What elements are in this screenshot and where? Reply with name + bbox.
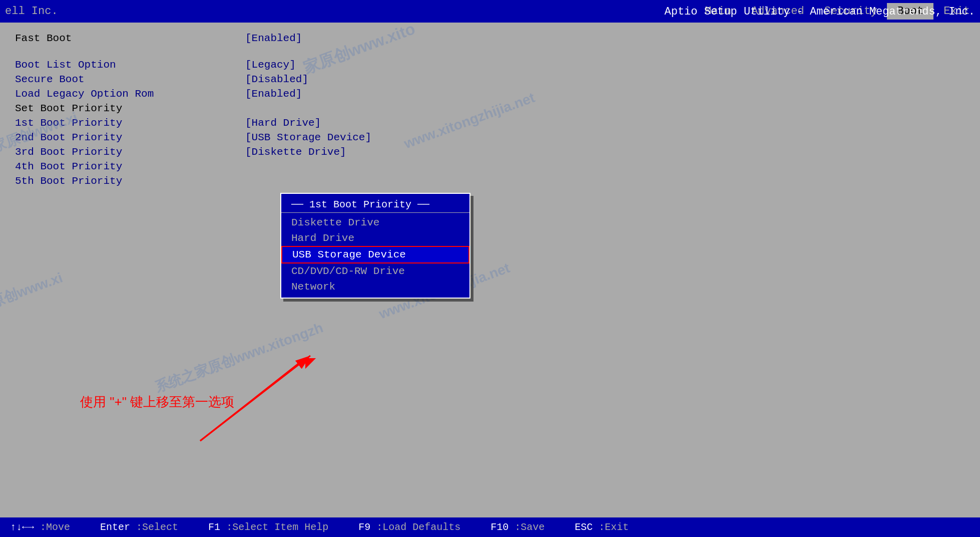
fast-boot-label: Fast Boot: [15, 33, 245, 44]
secure-boot-label: Secure Boot: [15, 74, 245, 85]
boot-priority-4th-row[interactable]: 4th Boot Priority: [15, 161, 965, 172]
key-f9: F9: [358, 521, 370, 533]
boot-list-option-label: Boot List Option: [15, 59, 245, 71]
label-f9: :Load Defaults: [376, 521, 460, 533]
dropdown-item-usb[interactable]: USB Storage Device: [281, 246, 469, 263]
boot-priority-5th-label: 5th Boot Priority: [15, 175, 245, 187]
label-move: :Move: [40, 521, 70, 533]
top-bar: ell Inc. Main Advanced Security Boot Exi…: [0, 0, 980, 23]
boot-priority-3rd-row[interactable]: 3rd Boot Priority [Diskette Drive]: [15, 146, 965, 158]
label-f1: :Select Item Help: [226, 521, 328, 533]
main-content: 家原创www.xito www.xitongzhijia.net 家原创www.…: [0, 23, 980, 517]
key-esc: ESC: [575, 521, 593, 533]
secure-boot-value: [Disabled]: [245, 74, 308, 85]
dropdown-title: ── 1st Boot Priority ──: [281, 197, 469, 213]
fast-boot-row[interactable]: Fast Boot [Enabled]: [15, 33, 965, 44]
status-f9: F9 :Load Defaults: [358, 521, 460, 533]
boot-priority-2nd-value: [USB Storage Device]: [245, 132, 371, 143]
bottom-bar: ↑↓←→ :Move Enter :Select F1 :Select Item…: [0, 517, 980, 537]
key-f10: F10: [491, 521, 509, 533]
boot-priority-4th-label: 4th Boot Priority: [15, 161, 245, 172]
load-legacy-rom-label: Load Legacy Option Rom: [15, 88, 245, 100]
vendor-label: ell Inc.: [0, 5, 58, 18]
status-f10: F10 :Save: [491, 521, 545, 533]
fast-boot-value: [Enabled]: [245, 33, 302, 44]
boot-priority-3rd-label: 3rd Boot Priority: [15, 146, 245, 158]
utility-title: Aptio Setup Utility - American Megatrend…: [664, 5, 975, 18]
boot-priority-1st-value: [Hard Drive]: [245, 117, 321, 129]
watermark-5: 家原创www.xi: [0, 268, 66, 317]
dropdown-item-cddvd[interactable]: CD/DVD/CD-RW Drive: [281, 263, 469, 279]
label-esc: :Exit: [599, 521, 629, 533]
boot-priority-2nd-label: 2nd Boot Priority: [15, 132, 245, 143]
boot-list-option-row[interactable]: Boot List Option [Legacy]: [15, 59, 965, 71]
bios-screen: ell Inc. Main Advanced Security Boot Exi…: [0, 0, 980, 537]
boot-priority-2nd-row[interactable]: 2nd Boot Priority [USB Storage Device]: [15, 132, 965, 143]
dropdown-item-harddrive[interactable]: Hard Drive: [281, 230, 469, 246]
status-esc: ESC :Exit: [575, 521, 629, 533]
boot-list-option-value: [Legacy]: [245, 59, 296, 71]
load-legacy-rom-row[interactable]: Load Legacy Option Rom [Enabled]: [15, 88, 965, 100]
key-f1: F1: [208, 521, 220, 533]
annotation-text: 使用 "+" 键上移至第一选项: [80, 393, 234, 411]
boot-priority-1st-label: 1st Boot Priority: [15, 117, 245, 129]
status-move: ↑↓←→ :Move: [10, 521, 70, 533]
key-arrows: ↑↓←→: [10, 521, 34, 533]
status-enter: Enter :Select: [100, 521, 178, 533]
red-arrow-svg: [60, 293, 360, 448]
status-f1: F1 :Select Item Help: [208, 521, 328, 533]
set-boot-priority-row: Set Boot Priority: [15, 103, 965, 114]
dropdown-popup[interactable]: ── 1st Boot Priority ── Diskette Drive H…: [280, 193, 470, 299]
key-enter: Enter: [100, 521, 130, 533]
dropdown-item-diskette[interactable]: Diskette Drive: [281, 215, 469, 230]
dropdown-item-network[interactable]: Network: [281, 279, 469, 295]
label-f10: :Save: [515, 521, 545, 533]
boot-priority-1st-row[interactable]: 1st Boot Priority [Hard Drive]: [15, 117, 965, 129]
secure-boot-row[interactable]: Secure Boot [Disabled]: [15, 74, 965, 85]
load-legacy-rom-value: [Enabled]: [245, 88, 302, 100]
label-select: :Select: [136, 521, 178, 533]
boot-priority-3rd-value: [Diskette Drive]: [245, 146, 346, 158]
set-boot-priority-label: Set Boot Priority: [15, 103, 245, 114]
boot-priority-5th-row[interactable]: 5th Boot Priority: [15, 175, 965, 187]
